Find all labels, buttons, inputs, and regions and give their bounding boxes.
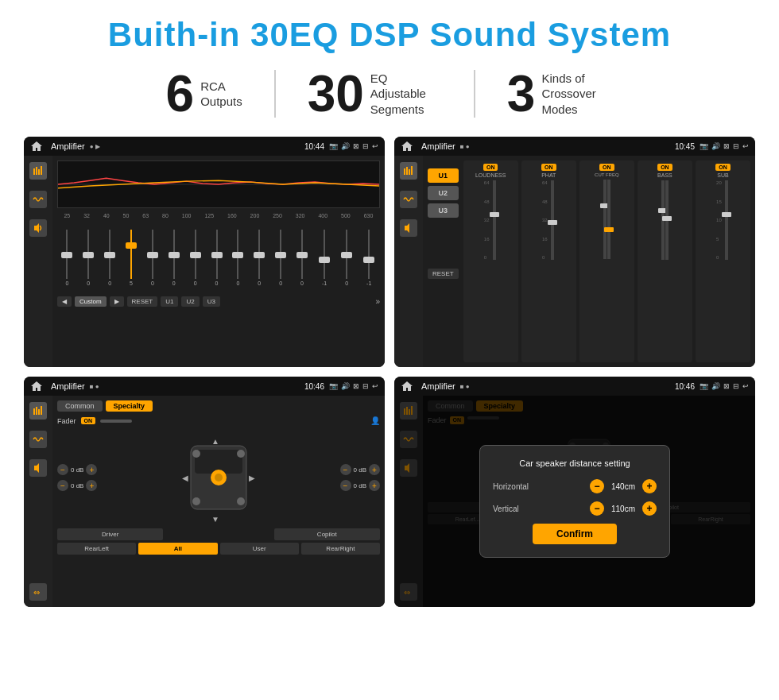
vol-minus-rl[interactable]: − [57,480,68,491]
u3-btn[interactable]: U3 [203,296,220,307]
preset-col: U1 U2 U3 RESET [428,160,459,362]
sub-slider[interactable] [725,180,728,260]
preset-u1[interactable]: U1 [428,168,459,183]
vertical-plus-btn[interactable]: + [642,501,657,516]
user-btn[interactable]: User [220,543,299,555]
svg-marker-0 [31,141,42,151]
amp-main: U1 U2 U3 RESET ON LOUDNESS 644832160 [423,156,755,367]
eq-slider-0[interactable]: 0 [65,230,68,293]
vol-plus-rr[interactable]: + [369,480,380,491]
wave-icon-2[interactable] [400,191,417,208]
eq-slider-13[interactable]: 0 [345,230,348,293]
vol-minus-fl[interactable]: − [57,464,68,475]
eq-slider-3[interactable]: 5 [130,230,133,293]
eq-slider-14[interactable]: -1 [366,230,371,293]
stat-label-eq: EQ AdjustableSegments [370,71,442,118]
vol-value-fl: 0 dB [71,466,83,474]
eq-icon-2[interactable] [400,162,417,180]
status-bar-2: Amplifier ■ ● 10:45 📷 🔊 ⊠ ⊟ ↩ [394,137,755,156]
driver-btn[interactable]: Driver [57,528,163,540]
loudness-on[interactable]: ON [483,164,498,171]
screen-common: Amplifier ■ ● 10:46 📷 🔊 ⊠ ⊟ ↩ [24,377,385,607]
vol-plus-rl[interactable]: + [86,480,97,491]
eq-slider-6[interactable]: 0 [194,230,197,293]
eq-slider-2[interactable]: 0 [108,230,111,293]
stat-eq: 30 EQ AdjustableSegments [276,68,474,119]
stat-number-crossover: 3 [507,68,536,119]
status-bar-3: Amplifier ■ ● 10:46 📷 🔊 ⊠ ⊟ ↩ [24,377,385,396]
status-icons-3: 📷 🔊 ⊠ ⊟ ↩ [329,382,378,390]
cutfreq-slider-g[interactable] [607,180,610,259]
channel-loudness: ON LOUDNESS 644832160 [463,160,518,362]
eq-slider-4[interactable]: 0 [151,230,154,293]
svg-text:▼: ▼ [211,515,219,524]
tab-common[interactable]: Common [57,400,103,412]
phat-slider[interactable] [551,180,554,260]
bass-slider-g[interactable] [665,180,669,260]
spacer-btn [165,528,271,540]
right-controls: − 0 dB + − 0 dB + [340,464,380,491]
reset-btn-1[interactable]: RESET [127,296,158,307]
preset-u2[interactable]: U2 [428,186,459,200]
status-icons-1: 📷 🔊 ⊠ ⊟ ↩ [329,142,378,150]
vol-minus-rr[interactable]: − [340,480,351,491]
eq-slider-8[interactable]: 0 [236,230,239,293]
eq-slider-10[interactable]: 0 [279,230,282,293]
fader-label: Fader [57,417,76,425]
vol-minus-fr[interactable]: − [340,464,351,475]
dialog-vertical-label: Vertical [493,505,519,513]
eq-icon[interactable] [29,162,47,180]
custom-btn[interactable]: Custom [75,296,107,307]
u2-btn[interactable]: U2 [181,296,199,307]
horizontal-plus-btn[interactable]: + [642,479,657,493]
u1-btn[interactable]: U1 [161,296,178,307]
wave-icon-3[interactable] [29,431,47,448]
bottom-buttons-3b: RearLeft All User RearRight [57,543,380,555]
horizontal-minus-btn[interactable]: − [590,479,604,493]
all-btn[interactable]: All [138,543,217,555]
svg-marker-32 [401,381,413,391]
rearright-btn[interactable]: RearRight [301,543,380,555]
eq-slider-9[interactable]: 0 [258,230,261,293]
fader-on-badge[interactable]: ON [81,417,96,424]
arrows-icon-3[interactable]: ⇔ [29,583,47,601]
stats-row: 6 RCAOutputs 30 EQ AdjustableSegments 3 … [24,68,755,119]
eq-slider-7[interactable]: 0 [215,230,219,293]
tab-specialty[interactable]: Specialty [106,400,153,412]
eq-slider-5[interactable]: 0 [172,230,176,293]
speaker-icon[interactable] [29,219,47,237]
confirm-button[interactable]: Confirm [533,524,617,544]
page-title: Buith-in 30EQ DSP Sound System [24,16,755,54]
channel-phat: ON PHAT 644832160 [521,160,576,362]
dialog-vertical-row: Vertical − 110cm + [493,501,657,516]
preset-u3[interactable]: U3 [428,203,459,218]
eq-slider-12[interactable]: -1 [322,230,327,293]
fader-track[interactable] [100,420,132,423]
rearleft-btn[interactable]: RearLeft [57,543,136,555]
side-icons-1 [24,156,52,367]
vol-plus-fl[interactable]: + [86,464,97,475]
sub-on[interactable]: ON [715,164,731,171]
vol-plus-fr[interactable]: + [369,464,380,475]
copilot-btn[interactable]: Copilot [274,528,380,540]
eq-icon-3[interactable] [29,402,47,420]
svg-marker-13 [31,381,42,391]
cutfreq-on[interactable]: ON [599,164,614,171]
reset-btn-2[interactable]: RESET [428,269,459,279]
play-btn[interactable]: ▶ [110,296,124,307]
phat-on[interactable]: ON [541,164,556,171]
eq-graph [57,160,380,208]
speaker-icon-2[interactable] [400,219,417,237]
eq-slider-11[interactable]: 0 [300,230,304,293]
bass-on[interactable]: ON [657,164,672,171]
prev-btn[interactable]: ◀ [57,296,72,307]
cutfreq-slider-f[interactable] [603,180,607,259]
eq-slider-1[interactable]: 0 [87,230,90,293]
vertical-minus-btn[interactable]: − [590,501,604,516]
svg-rect-2 [36,167,37,175]
loudness-slider[interactable] [493,180,496,260]
wave-icon[interactable] [29,191,47,208]
time-3: 10:46 [304,382,324,391]
status-dot-4: ■ ● [460,383,470,390]
speaker-icon-3[interactable] [29,459,47,477]
